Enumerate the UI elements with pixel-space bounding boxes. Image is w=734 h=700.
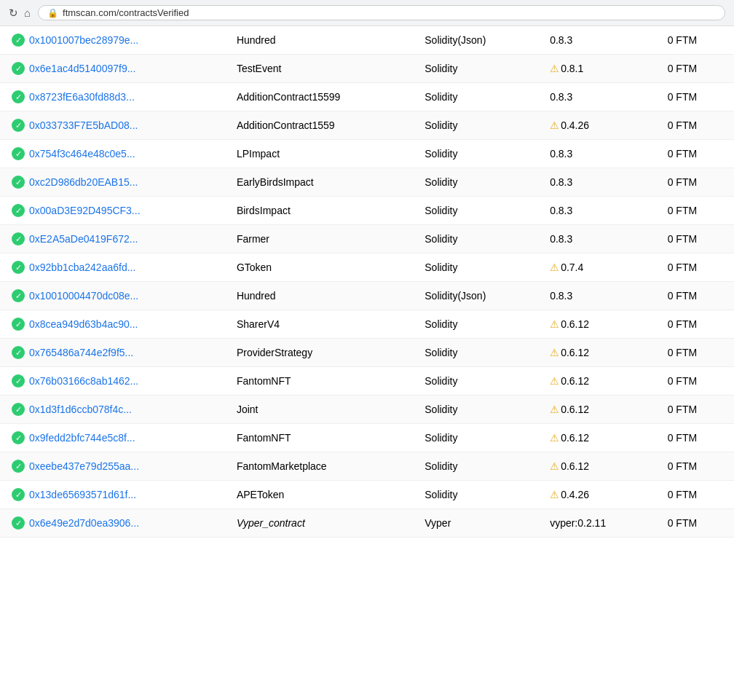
address-text: 0x1001007bec28979e...	[29, 34, 138, 46]
address-cell: ✓ 0xE2A5aDe0419F672...	[0, 225, 225, 253]
address-link[interactable]: ✓ 0x8cea949d63b4ac90...	[12, 318, 213, 331]
table-row: ✓ 0x754f3c464e48c0e5... LPImpactSolidity…	[0, 140, 734, 168]
balance-cell: 0 FTM	[656, 168, 734, 197]
warning-icon: ⚠	[550, 347, 559, 358]
verified-icon: ✓	[12, 431, 25, 444]
home-icon[interactable]: ⌂	[24, 7, 31, 19]
table-row: ✓ 0x92bb1cba242aa6fd... GTokenSolidity⚠0…	[0, 253, 734, 282]
version-cell: ⚠0.8.1	[538, 55, 656, 83]
contract-name-cell: Vyper_contract	[225, 509, 413, 538]
address-text: 0x6e49e2d7d0ea3906...	[29, 517, 139, 529]
warning-icon: ⚠	[550, 63, 559, 74]
address-text: 0x765486a744e2f9f5...	[29, 347, 133, 358]
version-cell: vyper:0.2.11	[538, 509, 656, 538]
language-cell: Solidity	[413, 225, 538, 253]
address-link[interactable]: ✓ 0x9fedd2bfc744e5c8f...	[12, 431, 213, 444]
address-link[interactable]: ✓ 0xeebe437e79d255aa...	[12, 460, 213, 473]
language-cell: Solidity	[413, 253, 538, 282]
contract-name-cell: APEToken	[225, 481, 413, 509]
address-cell: ✓ 0x92bb1cba242aa6fd...	[0, 253, 225, 282]
table-row: ✓ 0x10010004470dc08e... HundredSolidity(…	[0, 282, 734, 310]
table-row: ✓ 0x765486a744e2f9f5... ProviderStrategy…	[0, 339, 734, 367]
contract-name-cell: EarlyBirdsImpact	[225, 168, 413, 197]
balance-cell: 0 FTM	[656, 424, 734, 452]
language-cell: Solidity	[413, 55, 538, 83]
warning-icon: ⚠	[550, 404, 559, 415]
balance-cell: 0 FTM	[656, 396, 734, 424]
address-link[interactable]: ✓ 0x1d3f1d6ccb078f4c...	[12, 403, 213, 416]
table-row: ✓ 0x00aD3E92D495CF3... BirdsImpactSolidi…	[0, 197, 734, 225]
balance-cell: 0 FTM	[656, 83, 734, 111]
contract-name-cell: FantomMarketplace	[225, 452, 413, 481]
table-row: ✓ 0x6e1ac4d5140097f9... TestEventSolidit…	[0, 55, 734, 83]
version-text: 0.8.3	[550, 148, 572, 160]
address-link[interactable]: ✓ 0x8723fE6a30fd88d3...	[12, 90, 213, 103]
balance-cell: 0 FTM	[656, 509, 734, 538]
address-text: 0xc2D986db20EAB15...	[29, 176, 138, 188]
language-cell: Solidity	[413, 197, 538, 225]
version-text: 0.7.4	[561, 261, 583, 273]
language-cell: Solidity	[413, 83, 538, 111]
address-cell: ✓ 0x8cea949d63b4ac90...	[0, 310, 225, 339]
address-link[interactable]: ✓ 0xE2A5aDe0419F672...	[12, 232, 213, 245]
address-text: 0x033733F7E5bAD08...	[29, 119, 138, 131]
language-cell: Solidity(Json)	[413, 282, 538, 310]
contract-name: GToken	[237, 261, 272, 273]
language-cell: Solidity	[413, 339, 538, 367]
balance-cell: 0 FTM	[656, 26, 734, 55]
address-link[interactable]: ✓ 0x033733F7E5bAD08...	[12, 119, 213, 132]
lock-icon: 🔒	[47, 8, 58, 18]
table-row: ✓ 0x1001007bec28979e... HundredSolidity(…	[0, 26, 734, 55]
version-text: 0.4.26	[561, 489, 589, 500]
address-text: 0x13de65693571d61f...	[29, 489, 136, 500]
contract-name: Farmer	[237, 233, 269, 245]
address-cell: ✓ 0x765486a744e2f9f5...	[0, 339, 225, 367]
version-cell: ⚠0.4.26	[538, 481, 656, 509]
language-cell: Solidity(Json)	[413, 26, 538, 55]
address-link[interactable]: ✓ 0x1001007bec28979e...	[12, 34, 213, 47]
address-link[interactable]: ✓ 0x00aD3E92D495CF3...	[12, 204, 213, 217]
address-cell: ✓ 0x754f3c464e48c0e5...	[0, 140, 225, 168]
address-link[interactable]: ✓ 0x13de65693571d61f...	[12, 488, 213, 501]
verified-icon: ✓	[12, 34, 25, 47]
address-cell: ✓ 0x033733F7E5bAD08...	[0, 111, 225, 140]
verified-icon: ✓	[12, 62, 25, 75]
address-link[interactable]: ✓ 0xc2D986db20EAB15...	[12, 176, 213, 189]
contract-name-cell: AdditionContract1559	[225, 111, 413, 140]
table-row: ✓ 0x6e49e2d7d0ea3906... Vyper_contractVy…	[0, 509, 734, 538]
address-cell: ✓ 0x9fedd2bfc744e5c8f...	[0, 424, 225, 452]
contract-name-cell: Hundred	[225, 26, 413, 55]
address-link[interactable]: ✓ 0x6e1ac4d5140097f9...	[12, 62, 213, 75]
table-row: ✓ 0xeebe437e79d255aa... FantomMarketplac…	[0, 452, 734, 481]
version-cell: ⚠0.4.26	[538, 111, 656, 140]
verified-icon: ✓	[12, 516, 25, 530]
address-link[interactable]: ✓ 0x10010004470dc08e...	[12, 289, 213, 302]
contract-name: APEToken	[237, 489, 284, 500]
address-link[interactable]: ✓ 0x92bb1cba242aa6fd...	[12, 261, 213, 274]
contract-name-cell: FantomNFT	[225, 367, 413, 396]
contract-name-cell: Hundred	[225, 282, 413, 310]
refresh-icon[interactable]: ↻	[9, 7, 18, 20]
warning-icon: ⚠	[550, 375, 559, 387]
version-cell: ⚠0.6.12	[538, 452, 656, 481]
contract-name-cell: BirdsImpact	[225, 197, 413, 225]
verified-icon: ✓	[12, 176, 25, 189]
verified-icon: ✓	[12, 346, 25, 359]
version-text: 0.8.3	[550, 176, 572, 188]
address-cell: ✓ 0xeebe437e79d255aa...	[0, 452, 225, 481]
verified-icon: ✓	[12, 119, 25, 132]
warning-icon: ⚠	[550, 460, 559, 472]
table-row: ✓ 0x1d3f1d6ccb078f4c... JointSolidity⚠0.…	[0, 396, 734, 424]
address-link[interactable]: ✓ 0x6e49e2d7d0ea3906...	[12, 516, 213, 530]
address-link[interactable]: ✓ 0x754f3c464e48c0e5...	[12, 147, 213, 160]
contract-name: SharerV4	[237, 318, 280, 330]
address-cell: ✓ 0x13de65693571d61f...	[0, 481, 225, 509]
table-row: ✓ 0xc2D986db20EAB15... EarlyBirdsImpactS…	[0, 168, 734, 197]
address-link[interactable]: ✓ 0x76b03166c8ab1462...	[12, 374, 213, 388]
url-bar[interactable]: ftmscan.com/contractsVerified	[63, 7, 189, 18]
contract-name: AdditionContract1559	[237, 119, 335, 131]
address-text: 0x8723fE6a30fd88d3...	[29, 91, 135, 103]
address-link[interactable]: ✓ 0x765486a744e2f9f5...	[12, 346, 213, 359]
address-text: 0xE2A5aDe0419F672...	[29, 233, 138, 245]
balance-cell: 0 FTM	[656, 225, 734, 253]
